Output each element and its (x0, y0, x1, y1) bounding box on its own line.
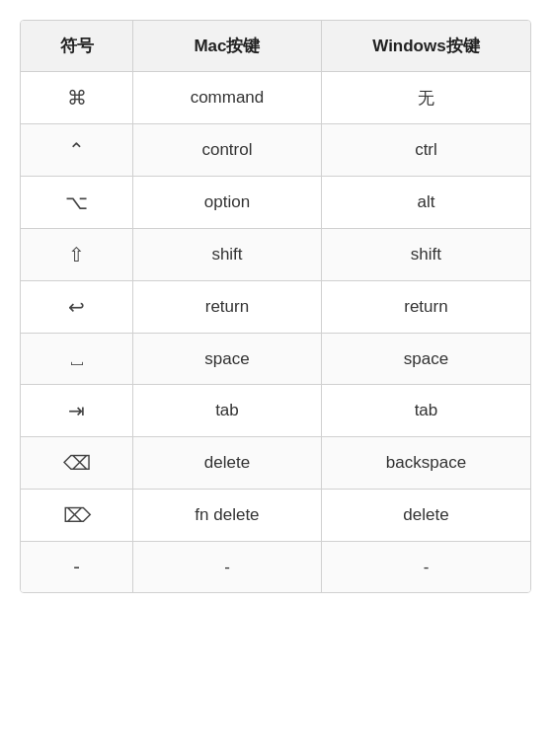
table-row: ⌦fn deletedelete (21, 490, 530, 542)
cell-symbol: ⇥ (21, 385, 133, 437)
table-row: --- (21, 542, 530, 593)
cell-mac: return (133, 281, 322, 334)
cell-mac: shift (133, 229, 322, 281)
table-row: ⇧shiftshift (21, 229, 530, 281)
cell-symbol: ⇧ (21, 229, 133, 281)
table-row: ⇥tabtab (21, 385, 530, 437)
table-row: ⌫deletebackspace (21, 437, 530, 490)
cell-windows: space (321, 334, 530, 385)
table-row: ⌃controlctrl (21, 124, 530, 177)
cell-mac: delete (133, 437, 322, 490)
cell-symbol: ⌥ (21, 177, 133, 229)
cell-mac: space (133, 334, 322, 385)
cell-symbol: ⌘ (21, 72, 133, 124)
table-row: ⎵spacespace (21, 334, 530, 385)
cell-symbol: ⌫ (21, 437, 133, 490)
cell-symbol: ⌦ (21, 490, 133, 542)
cell-windows: return (321, 281, 530, 334)
cell-windows: ctrl (321, 124, 530, 177)
cell-windows: shift (321, 229, 530, 281)
cell-symbol: - (21, 542, 133, 593)
cell-mac: tab (133, 385, 322, 437)
cell-windows: delete (321, 490, 530, 542)
cell-symbol: ⌃ (21, 124, 133, 177)
cell-symbol: ⎵ (21, 334, 133, 385)
cell-windows: - (321, 542, 530, 593)
table-row: ⌘command无 (21, 72, 530, 124)
cell-windows: backspace (321, 437, 530, 490)
table-header-row: 符号 Mac按键 Windows按键 (21, 21, 530, 72)
cell-mac: fn delete (133, 490, 322, 542)
header-windows: Windows按键 (321, 21, 530, 72)
table-row: ⌥optionalt (21, 177, 530, 229)
cell-mac: - (133, 542, 322, 593)
cell-mac: control (133, 124, 322, 177)
cell-windows: 无 (321, 72, 530, 124)
header-mac: Mac按键 (133, 21, 322, 72)
cell-mac: option (133, 177, 322, 229)
cell-mac: command (133, 72, 322, 124)
table-row: ↩returnreturn (21, 281, 530, 334)
keyboard-reference-table: 符号 Mac按键 Windows按键 ⌘command无⌃controlctrl… (20, 20, 531, 593)
cell-windows: alt (321, 177, 530, 229)
cell-symbol: ↩ (21, 281, 133, 334)
header-symbol: 符号 (21, 21, 133, 72)
cell-windows: tab (321, 385, 530, 437)
